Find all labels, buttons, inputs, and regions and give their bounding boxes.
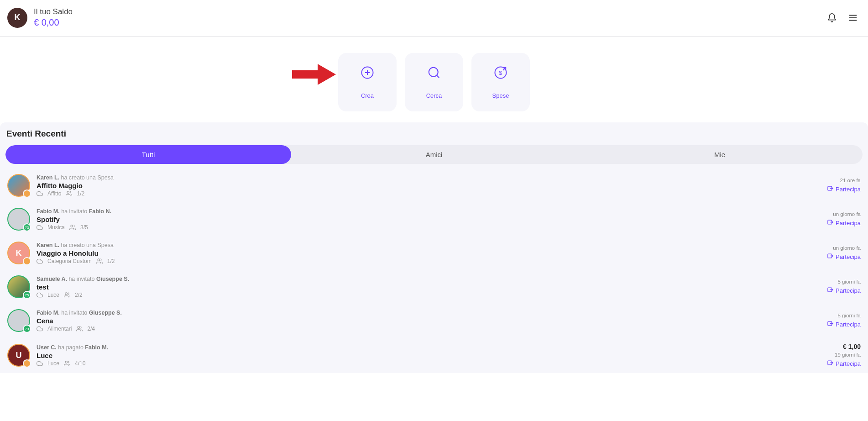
event-amount: € 1,00 xyxy=(843,343,861,350)
join-label: Partecipa xyxy=(836,360,861,367)
events-list: Karen L. ha creato una SpesaAffitto Magg… xyxy=(5,168,863,373)
action-create[interactable]: Crea xyxy=(338,53,397,111)
event-title: Luce xyxy=(37,352,821,359)
join-button[interactable]: Partecipa xyxy=(827,219,861,227)
event-title: Affitto Maggio xyxy=(37,182,821,189)
event-description: Karen L. ha creato una Spesa xyxy=(37,242,821,248)
plus-circle-icon xyxy=(361,66,374,81)
user-avatar[interactable]: K xyxy=(7,8,27,28)
action-search[interactable]: Cerca xyxy=(405,53,463,111)
callout-arrow-icon xyxy=(292,64,336,85)
people-icon xyxy=(96,258,103,264)
menu-button[interactable] xyxy=(848,13,858,23)
event-time: un giorno fa xyxy=(833,211,861,217)
event-category: Categoria Custom xyxy=(47,258,92,264)
event-description: Karen L. ha creato una Spesa xyxy=(37,174,821,181)
join-button[interactable]: Partecipa xyxy=(827,359,861,368)
event-time: 5 giorni fa xyxy=(837,313,861,318)
event-right: un giorno faPartecipa xyxy=(827,245,861,261)
action-create-label: Crea xyxy=(361,92,374,99)
category-icon xyxy=(37,360,43,367)
svg-rect-3 xyxy=(292,70,319,79)
join-label: Partecipa xyxy=(836,253,861,260)
event-row[interactable]: UUser C. ha pagato Fabio M.LuceLuce4/10€… xyxy=(5,337,863,373)
join-button[interactable]: Partecipa xyxy=(827,286,861,295)
event-avatar: 75 xyxy=(7,275,30,298)
event-avatar: K xyxy=(7,242,30,264)
event-avatar: 73 xyxy=(7,208,30,231)
search-icon xyxy=(427,66,441,81)
svg-point-17 xyxy=(98,258,100,261)
bell-icon xyxy=(827,13,837,23)
category-icon xyxy=(37,224,43,231)
svg-point-15 xyxy=(71,225,73,227)
people-icon xyxy=(76,326,83,332)
event-people: 4/10 xyxy=(75,360,85,367)
action-search-label: Cerca xyxy=(426,92,442,99)
join-icon xyxy=(827,253,834,261)
join-button[interactable]: Partecipa xyxy=(827,253,861,261)
event-meta: Categoria Custom1/2 xyxy=(37,258,821,264)
category-icon xyxy=(37,326,43,332)
event-time: 21 ore fa xyxy=(840,178,861,183)
tab-mine[interactable]: Mie xyxy=(577,145,863,164)
event-description: Samuele A. ha invitato Giuseppe S. xyxy=(37,276,821,282)
money-exchange-icon: $ xyxy=(494,66,507,81)
event-time: 19 giorni fa xyxy=(835,352,861,358)
action-expenses[interactable]: $ Spese xyxy=(471,53,530,111)
event-body: Fabio M. ha invitato Giuseppe S.CenaAlim… xyxy=(37,310,821,332)
event-category: Luce xyxy=(47,360,59,367)
events-tabs: Tutti Amici Mie xyxy=(5,145,863,164)
join-label: Partecipa xyxy=(836,220,861,226)
category-icon xyxy=(37,292,43,298)
join-label: Partecipa xyxy=(836,186,861,193)
event-meta: Musica3/5 xyxy=(37,224,821,231)
join-button[interactable]: Partecipa xyxy=(827,185,861,193)
event-row[interactable]: KKaren L. ha creato una SpesaViaggio a H… xyxy=(5,236,863,270)
event-description: Fabio M. ha invitato Fabio N. xyxy=(37,208,821,215)
event-people: 2/4 xyxy=(87,326,95,332)
avatar-badge: 75 xyxy=(23,291,31,299)
tab-all[interactable]: Tutti xyxy=(5,145,291,164)
people-icon xyxy=(64,360,70,367)
event-people: 1/2 xyxy=(107,258,115,264)
event-avatar: U xyxy=(7,344,30,367)
event-avatar xyxy=(7,174,30,197)
event-row[interactable]: 73Fabio M. ha invitato Fabio N.SpotifyMu… xyxy=(5,202,863,236)
event-row[interactable]: 75Samuele A. ha invitato Giuseppe S.test… xyxy=(5,270,863,304)
svg-point-13 xyxy=(67,191,69,193)
join-label: Partecipa xyxy=(836,287,861,294)
quick-actions-row: Crea Cerca $ Spese xyxy=(0,37,868,122)
event-body: Karen L. ha creato una SpesaAffitto Magg… xyxy=(37,174,821,197)
event-title: Spotify xyxy=(37,216,821,223)
category-icon xyxy=(37,190,43,197)
event-meta: Luce2/2 xyxy=(37,292,821,298)
avatar-badge xyxy=(23,359,31,368)
category-icon xyxy=(37,258,43,264)
event-row[interactable]: Karen L. ha creato una SpesaAffitto Magg… xyxy=(5,168,863,202)
event-description: User C. ha pagato Fabio M. xyxy=(37,344,821,351)
event-body: Samuele A. ha invitato Giuseppe S.testLu… xyxy=(37,276,821,298)
event-title: test xyxy=(37,283,821,291)
event-right: un giorno faPartecipa xyxy=(827,211,861,227)
event-row[interactable]: 73Fabio M. ha invitato Giuseppe S.CenaAl… xyxy=(5,304,863,337)
header-left: K Il tuo Saldo € 0,00 xyxy=(7,7,73,28)
recent-events-section: Eventi Recenti Tutti Amici Mie Karen L. … xyxy=(0,122,868,373)
event-people: 3/5 xyxy=(80,224,88,231)
event-meta: Alimentari2/4 xyxy=(37,326,821,332)
event-meta: Luce4/10 xyxy=(37,360,821,367)
join-button[interactable]: Partecipa xyxy=(827,320,861,328)
event-time: 5 giorni fa xyxy=(837,279,861,284)
event-category: Affitto xyxy=(47,190,61,197)
event-description: Fabio M. ha invitato Giuseppe S. xyxy=(37,310,821,316)
event-body: Fabio M. ha invitato Fabio N.SpotifyMusi… xyxy=(37,208,821,231)
tab-friends[interactable]: Amici xyxy=(291,145,577,164)
event-body: User C. ha pagato Fabio M.LuceLuce4/10 xyxy=(37,344,821,367)
svg-text:$: $ xyxy=(499,70,502,76)
avatar-badge: 73 xyxy=(23,223,31,232)
notifications-button[interactable] xyxy=(827,13,837,23)
svg-point-21 xyxy=(78,326,80,328)
event-title: Viaggio a Honolulu xyxy=(37,249,821,257)
avatar-badge: 73 xyxy=(23,325,31,333)
svg-point-23 xyxy=(65,361,68,363)
